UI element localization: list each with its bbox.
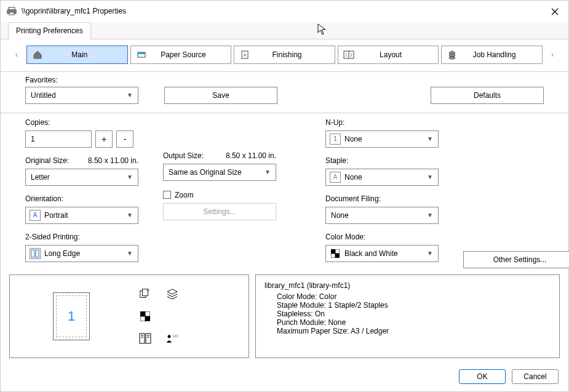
chevron-down-icon: ▼ (127, 174, 133, 180)
footer: OK Cancel (1, 364, 568, 391)
staple-select[interactable]: A None ▼ (325, 169, 439, 186)
zoom-label: Zoom (175, 191, 194, 199)
nav-scroll-right[interactable]: › (545, 47, 560, 62)
original-size-value: Letter (31, 173, 50, 182)
zoom-settings-button: Settings... (163, 203, 276, 220)
zoom-settings-label: Settings... (203, 207, 236, 216)
window-title: \\goprint\library_mfc1 Properties (22, 7, 126, 15)
svg-rect-6 (138, 52, 145, 54)
svg-text:2: 2 (350, 53, 352, 57)
svg-rect-25 (145, 311, 150, 316)
favorites-value: Untitled (31, 91, 56, 100)
favorites-row: Favorites: Untitled ▼ Save Defaults (1, 72, 568, 113)
nav-label: Finishing (250, 50, 335, 59)
defaults-button[interactable]: Defaults (431, 87, 544, 104)
twosided-select[interactable]: Long Edge ▼ (25, 245, 138, 262)
home-icon (32, 50, 43, 60)
orientation-select[interactable]: A Portrait ▼ (25, 207, 138, 224)
twosided-label: 2-Sided Printing: (25, 233, 138, 241)
output-size-value: Same as Original Size (169, 168, 242, 177)
close-icon[interactable] (549, 6, 561, 18)
printer-info-pane: library_mfc1 (library-mfc1) Color Mode: … (255, 274, 560, 358)
svg-rect-19 (335, 249, 340, 254)
staple-value: None (344, 173, 362, 182)
svg-rect-16 (31, 250, 34, 257)
user-123-icon: 123 (166, 332, 178, 345)
nav-paper-source[interactable]: Paper Source (130, 46, 232, 64)
original-size-select[interactable]: Letter ▼ (25, 169, 138, 186)
chevron-down-icon: ▼ (127, 212, 133, 218)
main-content: Copies: 1 + - Original Size: 8.50 x 11.0… (1, 113, 568, 274)
save-label: Save (212, 91, 229, 100)
other-settings-button[interactable]: Other Settings... (463, 251, 569, 268)
checkbox-icon (163, 191, 171, 199)
ok-button[interactable]: OK (459, 369, 506, 384)
svg-rect-29 (146, 334, 151, 343)
tab-printing-preferences[interactable]: Printing Preferences (8, 22, 91, 39)
nav-finishing[interactable]: A Finishing (234, 46, 335, 64)
svg-rect-24 (140, 311, 145, 316)
colormode-value: Black and White (344, 249, 398, 258)
docfiling-select[interactable]: None ▼ (325, 207, 439, 224)
info-line: Staple Module: 1 Staple/2 Staples (265, 301, 388, 310)
copies-input[interactable]: 1 (25, 130, 92, 148)
ok-label: OK (477, 372, 487, 381)
nav-scroll-left[interactable]: ‹ (9, 47, 24, 62)
defaults-label: Defaults (474, 91, 501, 100)
preview-page: 1 (53, 292, 90, 340)
preview-pane: 1 123 (9, 274, 249, 358)
cancel-label: Cancel (523, 372, 546, 381)
chevron-down-icon: ▼ (427, 250, 433, 257)
portrait-icon: A (30, 210, 41, 221)
chevron-down-icon: ▼ (427, 135, 433, 142)
info-line: Color Mode: Color (265, 292, 336, 301)
layout-icon: 12 (343, 50, 354, 60)
printer-icon (7, 6, 17, 16)
nav-label: Main (43, 50, 127, 59)
svg-rect-26 (140, 316, 145, 321)
info-line: Maximum Paper Size: A3 / Ledger (265, 327, 389, 335)
nup-select[interactable]: 1 None ▼ (325, 130, 439, 148)
output-size-select[interactable]: Same as Original Size ▼ (163, 164, 276, 181)
svg-rect-17 (36, 250, 39, 257)
long-edge-icon (30, 248, 41, 259)
nav-main[interactable]: Main (26, 46, 128, 64)
svg-text:A: A (244, 52, 247, 58)
nup-icon: 1 (330, 134, 341, 145)
staple-label: Staple: (325, 156, 439, 165)
twosided-value: Long Edge (44, 249, 80, 258)
preview-icons: 123 (139, 288, 186, 345)
nav-job-handling[interactable]: Job Handling (441, 46, 543, 64)
page-a-icon: A (239, 50, 250, 60)
nav-label: Paper Source (147, 50, 231, 59)
zoom-checkbox[interactable]: Zoom (163, 191, 276, 199)
svg-rect-28 (140, 334, 145, 343)
tab-label: Printing Preferences (16, 26, 83, 35)
nav-layout[interactable]: 12 Layout (338, 46, 439, 64)
info-title: library_mfc1 (library-mfc1) (265, 281, 350, 290)
docfiling-value: None (331, 211, 349, 220)
cancel-button[interactable]: Cancel (512, 369, 559, 384)
stack-icon (166, 288, 178, 300)
colormode-select[interactable]: Black and White ▼ (325, 245, 439, 262)
output-size-label: Output Size: (163, 151, 204, 160)
save-button[interactable]: Save (164, 87, 277, 104)
preview-page-number: 1 (68, 308, 75, 324)
copies-value: 1 (31, 135, 35, 143)
favorites-select[interactable]: Untitled ▼ (25, 87, 138, 104)
blank-icon (166, 310, 178, 322)
svg-rect-2 (9, 12, 14, 15)
copies-plus-button[interactable]: + (95, 130, 113, 148)
chevron-down-icon: ▼ (127, 250, 133, 257)
svg-rect-18 (331, 249, 335, 254)
orientation-label: Orientation: (25, 194, 138, 203)
job-icon (447, 50, 458, 60)
booklet-icon (139, 332, 151, 345)
nav-label: Job Handling (458, 50, 542, 59)
staple-icon: A (330, 172, 341, 183)
copies-minus-button[interactable]: - (116, 130, 133, 148)
nup-label: N-Up: (325, 118, 439, 127)
docfiling-label: Document Filing: (325, 194, 439, 203)
other-settings-label: Other Settings... (493, 255, 547, 264)
svg-text:123: 123 (172, 334, 178, 338)
